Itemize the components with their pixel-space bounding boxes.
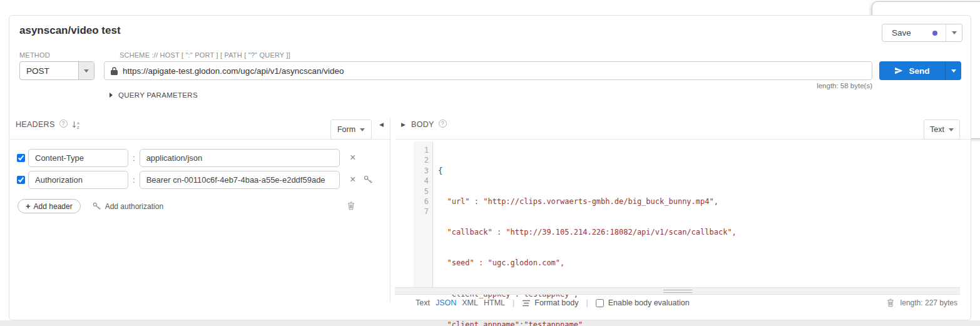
code-line: "seed" : "ugc.glodon.com", bbox=[438, 258, 737, 268]
api-tester-page: asynscan/video test Save METHOD SCHEME :… bbox=[0, 0, 980, 326]
headers-view-mode-label: Form bbox=[337, 125, 355, 134]
query-parameters-label: QUERY PARAMETERS bbox=[118, 91, 198, 99]
body-view-mode-button[interactable]: Text bbox=[924, 120, 960, 140]
body-code[interactable]: { "url" : "http://clips.vorwaerts-gmbh.d… bbox=[433, 141, 737, 287]
chevron-down-icon bbox=[952, 31, 957, 34]
send-button-group: Send bbox=[879, 61, 961, 80]
headers-actions-row: + Add header Add authorization bbox=[18, 199, 163, 213]
collapse-body-pane-icon[interactable]: ▶ bbox=[401, 121, 406, 128]
method-caret[interactable] bbox=[78, 62, 94, 79]
line-number: 2 bbox=[414, 155, 429, 165]
format-option-xml[interactable]: XML bbox=[462, 298, 478, 307]
header-enabled-checkbox[interactable] bbox=[17, 154, 25, 162]
format-option-html[interactable]: HTML bbox=[484, 298, 505, 307]
save-options-button[interactable] bbox=[946, 24, 962, 41]
line-number: 6 bbox=[414, 196, 429, 206]
add-header-button[interactable]: + Add header bbox=[18, 199, 81, 213]
header-enabled-checkbox[interactable] bbox=[17, 176, 25, 184]
svg-text:A: A bbox=[77, 121, 79, 125]
remove-header-icon[interactable]: × bbox=[349, 153, 357, 163]
url-input[interactable] bbox=[123, 66, 865, 76]
send-button-label: Send bbox=[909, 66, 929, 76]
save-button-group: Save bbox=[882, 24, 962, 42]
code-line: "url" : "http://clips.vorwaerts-gmbh.de/… bbox=[438, 196, 737, 206]
paper-plane-icon bbox=[894, 66, 903, 75]
body-pane-title: BODY ? bbox=[411, 120, 447, 129]
save-button-label: Save bbox=[892, 28, 911, 38]
method-label: METHOD bbox=[19, 51, 50, 59]
collapse-headers-pane-icon[interactable]: ◀ bbox=[379, 121, 384, 128]
header-separator: : bbox=[133, 153, 135, 163]
scheme-label: SCHEME :// HOST [ ":" PORT ] [ PATH [ "?… bbox=[120, 51, 290, 59]
format-body-button[interactable]: Format body bbox=[522, 298, 578, 307]
headers-label: HEADERS bbox=[16, 120, 55, 129]
chevron-down-icon bbox=[951, 69, 956, 73]
line-number: 4 bbox=[414, 176, 429, 186]
body-label: BODY bbox=[411, 120, 434, 129]
method-value: POST bbox=[20, 62, 78, 79]
line-number: 7 bbox=[414, 206, 429, 216]
headers-pane-title: HEADERS ? AZ bbox=[16, 120, 81, 129]
sort-az-icon[interactable]: AZ bbox=[72, 121, 81, 129]
drag-handle-icon bbox=[663, 290, 692, 293]
method-select[interactable]: POST bbox=[19, 61, 94, 80]
unsaved-changes-dot-icon bbox=[932, 31, 937, 36]
format-body-label: Format body bbox=[534, 298, 578, 307]
body-editor[interactable]: 1 2 3 4 5 6 7 { "url" : "http://clips.vo… bbox=[414, 141, 960, 287]
body-footer-right: length: 227 bytes bbox=[887, 298, 957, 307]
headers-help-icon[interactable]: ? bbox=[59, 120, 68, 128]
clear-body-trash-icon[interactable] bbox=[887, 298, 894, 307]
header-separator: : bbox=[133, 175, 135, 185]
url-field bbox=[104, 61, 872, 80]
add-authorization-label: Add authorization bbox=[105, 202, 163, 211]
body-view-mode-label: Text bbox=[930, 125, 944, 134]
editor-resize-handle[interactable] bbox=[395, 287, 960, 295]
add-header-label: Add header bbox=[34, 202, 73, 211]
header-name-input[interactable] bbox=[28, 171, 128, 189]
toolbar-separator: | bbox=[513, 298, 514, 307]
enable-body-evaluation-label: Enable body evaluation bbox=[608, 298, 690, 307]
format-lines-icon bbox=[522, 300, 531, 307]
header-value-input[interactable] bbox=[140, 171, 340, 189]
enable-body-evaluation-toggle[interactable]: Enable body evaluation bbox=[596, 298, 690, 307]
format-option-json[interactable]: JSON bbox=[436, 298, 456, 307]
plus-icon: + bbox=[26, 201, 31, 211]
line-number: 1 bbox=[414, 145, 429, 155]
header-row: : × bbox=[17, 148, 357, 167]
code-line: "client_appname":"testappname" bbox=[438, 320, 737, 326]
remove-header-icon[interactable]: × bbox=[349, 175, 357, 185]
add-authorization-button[interactable]: Add authorization bbox=[93, 202, 163, 211]
chevron-right-icon bbox=[110, 93, 113, 98]
send-options-button[interactable] bbox=[945, 61, 961, 80]
body-section-divider bbox=[395, 139, 972, 140]
send-button[interactable]: Send bbox=[879, 61, 945, 80]
line-number: 3 bbox=[414, 166, 429, 176]
enable-body-evaluation-checkbox[interactable] bbox=[596, 299, 604, 307]
request-card: asynscan/video test Save METHOD SCHEME :… bbox=[9, 15, 971, 320]
line-number: 5 bbox=[414, 186, 429, 196]
pane-splitter[interactable] bbox=[390, 118, 390, 302]
body-footer-toolbar: Text JSON XML HTML | Format body | Enabl… bbox=[416, 298, 690, 307]
chevron-down-icon bbox=[84, 69, 89, 73]
toolbar-separator: | bbox=[586, 298, 588, 307]
chevron-down-icon bbox=[949, 128, 954, 131]
clear-headers-trash-icon[interactable] bbox=[347, 201, 355, 213]
request-title: asynscan/video test bbox=[19, 24, 121, 37]
header-row: : × bbox=[17, 170, 372, 189]
header-name-input[interactable] bbox=[28, 149, 128, 167]
code-line: "callback" : "http://39.105.214.226:1808… bbox=[438, 227, 737, 237]
lock-icon bbox=[111, 67, 118, 75]
chevron-down-icon bbox=[360, 128, 365, 131]
key-icon bbox=[93, 202, 101, 210]
code-line: { bbox=[438, 166, 737, 176]
body-length-label: length: 227 bytes bbox=[901, 298, 957, 307]
authorization-key-icon[interactable] bbox=[364, 175, 372, 184]
query-parameters-toggle[interactable]: QUERY PARAMETERS bbox=[110, 91, 198, 99]
svg-text:Z: Z bbox=[77, 126, 79, 130]
save-button[interactable]: Save bbox=[882, 24, 946, 41]
header-value-input[interactable] bbox=[140, 149, 340, 167]
headers-view-mode-button[interactable]: Form bbox=[330, 120, 372, 140]
url-length-label: length: 58 byte(s) bbox=[104, 82, 872, 89]
body-help-icon[interactable]: ? bbox=[439, 120, 447, 128]
format-option-text[interactable]: Text bbox=[416, 298, 430, 307]
